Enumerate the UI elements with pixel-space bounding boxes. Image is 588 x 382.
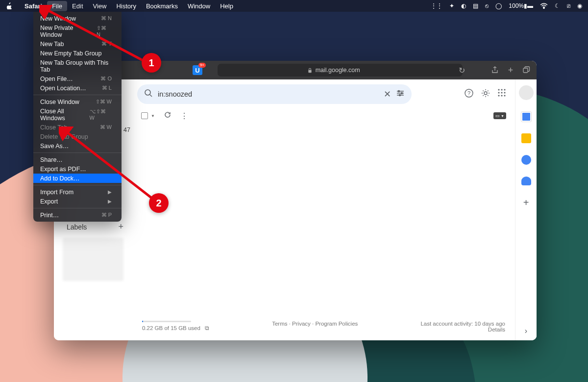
calendar-addon-icon[interactable] <box>521 112 531 122</box>
svg-point-9 <box>484 92 487 95</box>
menu-import-from[interactable]: Import From▶ <box>33 187 122 197</box>
support-icon[interactable]: ? <box>464 88 474 100</box>
svg-point-4 <box>398 91 400 92</box>
svg-point-13 <box>498 92 499 93</box>
gmail-side-panel: + › <box>515 79 537 340</box>
file-menu[interactable]: File <box>47 1 67 11</box>
sidebar-label-blurred <box>63 238 123 281</box>
help-menu[interactable]: Help <box>215 1 238 11</box>
new-tab-icon[interactable]: + <box>506 66 515 75</box>
menu-share[interactable]: Share… <box>33 155 122 164</box>
svg-point-14 <box>501 92 502 93</box>
address-bar[interactable]: mail.google.com <box>218 64 463 76</box>
svg-point-17 <box>501 95 502 96</box>
menu-save-as[interactable]: Save As… <box>33 141 122 151</box>
wifi-icon[interactable] <box>540 3 548 9</box>
search-options-icon[interactable] <box>396 89 405 100</box>
gmail-footer: 0.22 GB of 15 GB used ⧉ Terms · Privacy … <box>132 316 515 340</box>
add-label-button[interactable]: + <box>118 222 123 232</box>
storage-external-icon[interactable]: ⧉ <box>205 325 209 331</box>
search-icon <box>144 89 153 100</box>
menu-print[interactable]: Print…⌘ P <box>33 210 122 220</box>
input-tools-toggle[interactable]: ▭ ▼ <box>493 112 506 119</box>
history-menu[interactable]: History <box>111 1 141 11</box>
battery-percent[interactable]: 100% ▮▬ <box>509 2 533 9</box>
focus-icon[interactable]: ◐ <box>461 2 466 9</box>
edit-menu[interactable]: Edit <box>67 1 88 11</box>
window-menu[interactable]: Window <box>183 1 215 11</box>
svg-rect-2 <box>523 68 528 73</box>
svg-point-15 <box>504 92 505 93</box>
airplay-icon[interactable]: ⎋ <box>485 2 489 9</box>
screen-mirror-icon[interactable]: ◯ <box>495 2 502 9</box>
menu-new-window[interactable]: New Window⌘ N <box>33 14 122 23</box>
menu-close-tab: Close Tab⌘ W <box>33 123 122 132</box>
svg-point-6 <box>399 95 401 96</box>
menu-export[interactable]: Export▶ <box>33 197 122 206</box>
settings-icon[interactable] <box>481 88 490 100</box>
bookmarks-menu[interactable]: Bookmarks <box>141 1 183 11</box>
search-input[interactable] <box>158 90 379 98</box>
storage-bar <box>142 321 191 322</box>
url-text: mail.google.com <box>316 67 360 74</box>
menu-close-all-windows[interactable]: Close All Windows⌥⇧⌘ W <box>33 106 122 123</box>
policies-link[interactable]: Program Policies <box>315 321 358 327</box>
menu-new-private-window[interactable]: New Private Window⇧⌘ N <box>33 23 122 39</box>
moon-icon[interactable]: ☾ <box>555 2 560 9</box>
siri-icon[interactable]: ◉ <box>577 2 582 9</box>
apple-logo-icon[interactable] <box>6 2 13 9</box>
shortcuts-icon[interactable]: ✦ <box>449 2 454 9</box>
macos-menubar: Safari File Edit View History Bookmarks … <box>0 0 588 12</box>
menu-new-empty-tab-group[interactable]: New Empty Tab Group <box>33 49 122 58</box>
add-addon-button[interactable]: + <box>523 197 529 208</box>
reload-icon[interactable]: ↻ <box>457 66 466 75</box>
side-panel-expand-icon[interactable]: › <box>525 327 527 335</box>
terms-link[interactable]: Terms <box>272 321 287 327</box>
svg-point-18 <box>504 95 505 96</box>
svg-point-5 <box>401 93 403 94</box>
refresh-icon[interactable] <box>164 111 172 121</box>
safari-toolbar: U 9+ mail.google.com ↻ + <box>54 61 537 79</box>
details-link[interactable]: Details <box>488 327 505 332</box>
empty-message-list <box>132 126 515 316</box>
menu-new-tab-group-with-this-tab[interactable]: New Tab Group with This Tab <box>33 58 122 74</box>
menu-add-to-dock[interactable]: Add to Dock… <box>33 174 122 183</box>
bluetooth-icon[interactable]: ⋮⋮ <box>431 2 442 9</box>
search-bar[interactable]: ✕ <box>137 84 412 104</box>
account-avatar[interactable] <box>519 85 534 100</box>
menu-open-location[interactable]: Open Location…⌘ L <box>33 83 122 93</box>
tasks-addon-icon[interactable] <box>521 155 531 165</box>
svg-text:?: ? <box>467 90 470 96</box>
svg-point-3 <box>145 90 150 95</box>
privacy-link[interactable]: Privacy <box>292 321 311 327</box>
menu-new-tab[interactable]: New Tab⌘ T <box>33 39 122 49</box>
svg-point-12 <box>504 89 505 90</box>
menu-close-window[interactable]: Close Window⇧⌘ W <box>33 97 122 106</box>
menu-open-file[interactable]: Open File…⌘ O <box>33 74 122 83</box>
labels-heading: Labels <box>67 223 87 231</box>
menu-delete-tab-group: Delete Tab Group <box>33 132 122 141</box>
svg-point-16 <box>498 95 499 96</box>
keep-addon-icon[interactable] <box>521 133 531 143</box>
annotation-badge-1: 1 <box>142 53 161 73</box>
ublock-extension-icon[interactable]: U 9+ <box>192 65 203 76</box>
app-menu[interactable]: Safari <box>20 1 47 11</box>
stage-manager-icon[interactable]: ▤ <box>473 2 478 9</box>
share-icon[interactable] <box>490 66 499 75</box>
clear-search-icon[interactable]: ✕ <box>384 89 391 100</box>
annotation-badge-2: 2 <box>149 193 169 213</box>
select-all-checkbox[interactable] <box>141 112 148 119</box>
control-center-icon[interactable]: ⎚ <box>567 2 570 9</box>
apps-icon[interactable] <box>497 88 506 100</box>
contacts-addon-icon[interactable] <box>521 177 531 185</box>
gmail-main: ✕ ? ▼ ⋮ ▭ ▼ <box>132 79 515 340</box>
view-menu[interactable]: View <box>88 1 112 11</box>
select-dropdown-icon[interactable]: ▼ <box>151 114 155 118</box>
more-actions-icon[interactable]: ⋮ <box>180 111 188 121</box>
file-dropdown: New Window⌘ N New Private Window⇧⌘ N New… <box>33 12 122 222</box>
safari-window: U 9+ mail.google.com ↻ + 47 Sent <box>54 61 537 340</box>
svg-rect-1 <box>308 70 311 73</box>
tabs-overview-icon[interactable] <box>522 66 531 75</box>
menu-export-pdf[interactable]: Export as PDF… <box>33 164 122 174</box>
svg-point-0 <box>543 8 544 9</box>
